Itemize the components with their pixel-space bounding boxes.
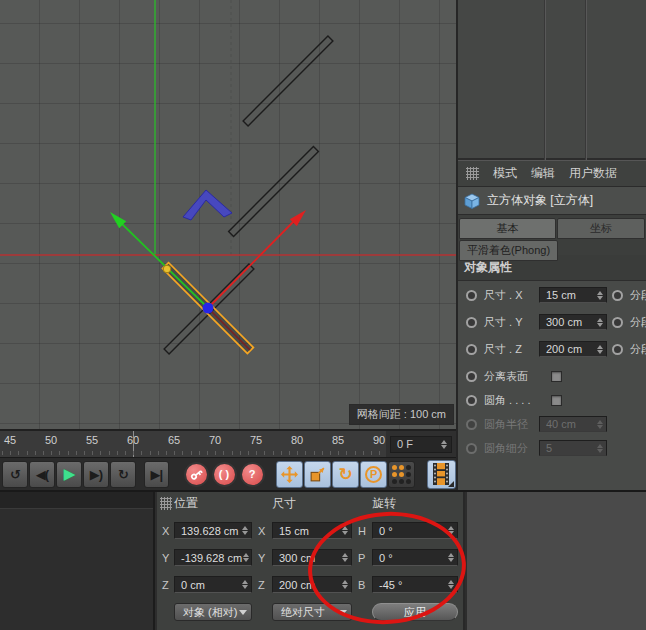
attribute-manager-panel: 模式 编辑 用户数据 立方体对象 [立方体] 基本 坐标 平滑着色(Phong)… xyxy=(456,0,646,490)
size-y-field-bottom[interactable]: 300 cm xyxy=(272,549,352,566)
size-y-stepper[interactable] xyxy=(595,316,604,328)
pos-y-stepper[interactable] xyxy=(242,552,249,564)
size-mode-dropdown[interactable]: 绝对尺寸 xyxy=(272,603,352,621)
coordinate-mode-label: 对象 (相对) xyxy=(183,605,237,620)
chevron-down-icon xyxy=(239,610,247,615)
size-z-stepper-bottom[interactable] xyxy=(340,579,349,591)
rot-h-field[interactable]: 0 ° xyxy=(372,522,458,539)
size-z-letter: Z xyxy=(256,579,268,591)
pos-z-field[interactable]: 0 cm xyxy=(174,576,252,593)
size-y-stepper-bottom[interactable] xyxy=(340,552,349,564)
size-z-field[interactable]: 200 cm xyxy=(539,341,607,357)
separate-surfaces-row: 分离表面 xyxy=(466,368,646,384)
pos-x-stepper[interactable] xyxy=(240,525,249,537)
size-x-field-bottom[interactable]: 15 cm xyxy=(272,522,352,539)
pos-x-field[interactable]: 139.628 cm xyxy=(174,522,252,539)
ruler-tick-label: 45 xyxy=(4,434,16,446)
object-manager-area[interactable] xyxy=(458,0,646,160)
viewport-3d[interactable]: 网格间距 : 100 cm xyxy=(0,0,456,429)
pos-z-stepper[interactable] xyxy=(240,579,249,591)
record-keyframe-button[interactable] xyxy=(184,462,209,487)
size-x-field[interactable]: 15 cm xyxy=(539,287,607,303)
ruler-tick-label: 85 xyxy=(332,434,344,446)
timeline-scale[interactable]: 45 50 55 60 65 70 75 80 85 90 xyxy=(0,431,386,457)
play-button[interactable]: ▶ xyxy=(56,461,82,488)
menu-userdata[interactable]: 用户数据 xyxy=(569,165,617,182)
keyframe-circle-icon[interactable] xyxy=(466,344,477,355)
separate-surfaces-checkbox[interactable] xyxy=(551,371,562,382)
rot-b-value: -45 ° xyxy=(379,579,446,591)
size-y-value: 300 cm xyxy=(546,316,595,328)
timeline-ruler[interactable]: 45 50 55 60 65 70 75 80 85 90 0 F xyxy=(0,429,456,457)
pos-y-value: -139.628 cm xyxy=(181,552,242,564)
scale-icon xyxy=(309,466,326,483)
tab-coordinates[interactable]: 坐标 xyxy=(557,218,645,239)
loop-button[interactable]: ↻ xyxy=(110,461,136,488)
rot-p-field[interactable]: 0 ° xyxy=(372,549,458,566)
size-x-value-bottom: 15 cm xyxy=(279,525,340,537)
size-y-field[interactable]: 300 cm xyxy=(539,314,607,330)
goto-start-button[interactable]: ↺ xyxy=(2,461,28,488)
keyframe-circle-icon[interactable] xyxy=(466,290,477,301)
rot-b-field[interactable]: -45 ° xyxy=(372,576,458,593)
fillet-radius-stepper xyxy=(595,418,604,430)
key-scale-button[interactable] xyxy=(304,461,331,488)
keyframe-circle-icon[interactable] xyxy=(466,317,477,328)
keyframe-circle-icon[interactable] xyxy=(466,395,477,406)
record-group: ( ) ? xyxy=(184,462,265,487)
fillet-checkbox[interactable] xyxy=(551,395,562,406)
frame-stepper[interactable] xyxy=(439,438,448,450)
pos-z-letter: Z xyxy=(160,579,170,591)
size-z-field-bottom[interactable]: 200 cm xyxy=(272,576,352,593)
rot-b-stepper[interactable] xyxy=(446,579,455,591)
fillet-radius-label: 圆角半径 xyxy=(484,417,534,432)
size-x-row: 尺寸 . X 15 cm 分段 xyxy=(466,287,646,303)
coordinate-mode-dropdown[interactable]: 对象 (相对) xyxy=(174,603,252,621)
next-key-button[interactable]: ▶) xyxy=(83,461,109,488)
autokey-button[interactable]: ( ) xyxy=(212,462,237,487)
gizmo-z-arrowhead[interactable] xyxy=(183,190,232,220)
keyframe-circle-icon[interactable] xyxy=(466,371,477,382)
key-rotation-button[interactable]: ↻ xyxy=(332,461,359,488)
drag-grip-icon[interactable] xyxy=(160,497,172,510)
material-manager-area[interactable] xyxy=(0,492,155,630)
tab-phong[interactable]: 平滑着色(Phong) xyxy=(459,240,558,261)
menu-edit[interactable]: 编辑 xyxy=(531,165,555,182)
rotation-header: 旋转 xyxy=(372,495,458,512)
wireframe-bar-top[interactable] xyxy=(243,36,333,126)
object-header: 立方体对象 [立方体] xyxy=(458,187,646,215)
keyframe-circle-icon[interactable] xyxy=(612,290,623,301)
keyframe-circle-icon[interactable] xyxy=(612,344,623,355)
keyframe-options-button[interactable]: ? xyxy=(240,462,265,487)
gizmo-x-axis[interactable] xyxy=(208,216,299,308)
next-key-icon: ▶) xyxy=(90,467,102,482)
timeline-window-button[interactable] xyxy=(427,460,456,489)
drag-grip-icon[interactable] xyxy=(466,167,479,180)
size-x-value: 15 cm xyxy=(546,289,595,301)
gizmo-y-axis[interactable] xyxy=(117,219,208,308)
wireframe-bar-middle[interactable] xyxy=(229,147,319,237)
current-frame-field[interactable]: 0 F xyxy=(390,436,452,453)
pos-y-field[interactable]: -139.628 cm xyxy=(174,549,252,566)
size-y-value-bottom: 300 cm xyxy=(279,552,340,564)
menu-mode[interactable]: 模式 xyxy=(493,165,517,182)
tab-basic[interactable]: 基本 xyxy=(459,218,556,239)
keying-settings-button[interactable] xyxy=(388,461,415,488)
key-position-button[interactable] xyxy=(276,461,303,488)
gizmo-center-handle[interactable] xyxy=(203,303,214,314)
rot-h-stepper[interactable] xyxy=(446,525,455,537)
ruler-tick-label: 65 xyxy=(168,434,180,446)
panel-divider xyxy=(585,0,587,160)
previous-key-button[interactable]: ◀( xyxy=(29,461,55,488)
keyframe-circle-icon[interactable] xyxy=(612,317,623,328)
apply-button[interactable]: 应用 xyxy=(372,603,458,621)
size-z-stepper[interactable] xyxy=(595,343,604,355)
key-parameter-button[interactable]: P xyxy=(360,461,387,488)
fillet-radius-row: 圆角半径 40 cm xyxy=(466,416,646,432)
size-z-row: 尺寸 . Z 200 cm 分段 xyxy=(466,341,646,357)
rot-p-stepper[interactable] xyxy=(446,552,455,564)
size-x-stepper-bottom[interactable] xyxy=(340,525,349,537)
goto-end-button[interactable]: ▶| xyxy=(144,461,169,488)
scale-handle-dot[interactable] xyxy=(163,265,171,273)
size-x-stepper[interactable] xyxy=(595,289,604,301)
